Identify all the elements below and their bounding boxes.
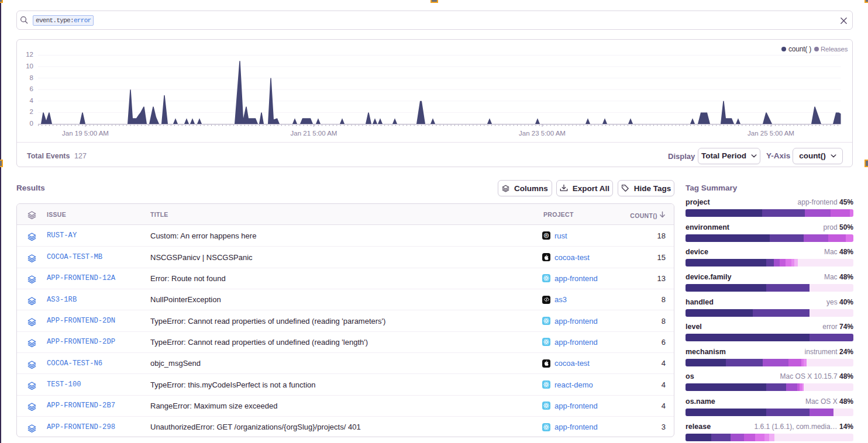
svg-text:R: R (545, 234, 547, 237)
